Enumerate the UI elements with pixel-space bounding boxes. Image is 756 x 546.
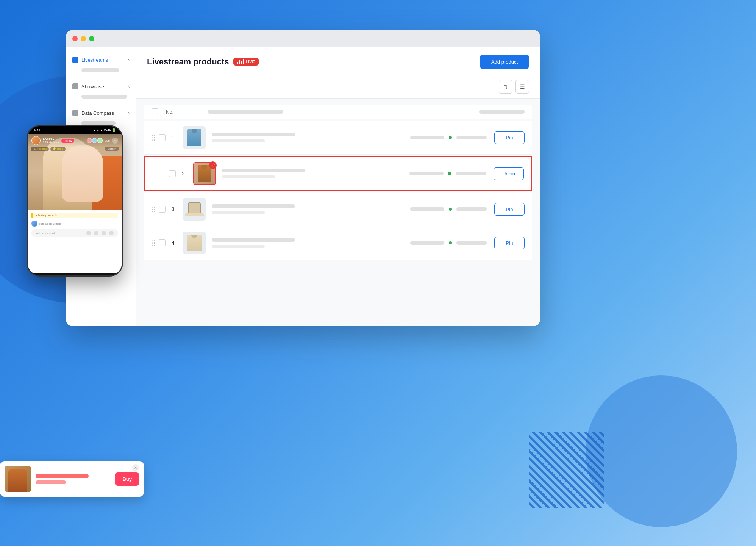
product-1-meta — [410, 136, 487, 139]
join-notice: tikitokusets Joined — [31, 221, 118, 227]
main-header: Livestream products LIVE Add product — [136, 47, 540, 75]
popup-close-button[interactable]: × — [132, 464, 139, 472]
product-4-status — [456, 241, 487, 245]
streamer-avatar — [31, 136, 41, 145]
product-1-price — [410, 136, 444, 139]
browser-body: Livestreams ∧ Showcase ∧ Data Compass ∧ — [66, 47, 540, 326]
row-2-number: 2 — [182, 171, 193, 177]
livestream-video: Livest... 999 viewers Follow 888 × 🏅 Fas… — [28, 134, 122, 210]
livestreams-icon — [72, 57, 78, 63]
buying-notice: is buying products — [31, 213, 118, 218]
phone-signals: ▲▲▲ WiFi 🔋 — [93, 128, 116, 132]
product-2-meta — [409, 172, 486, 175]
chevron-down-icon: ∧ — [127, 84, 130, 89]
bar1 — [237, 62, 238, 64]
pin-button-4[interactable]: Pin — [494, 237, 525, 249]
minimize-button[interactable] — [81, 36, 86, 41]
sidebar-item-livestreams[interactable]: Livestreams ∧ — [66, 53, 136, 67]
product-4-image — [183, 232, 206, 254]
product-3-price — [410, 207, 444, 211]
product-1-status — [456, 136, 487, 139]
pin-indicator-icon: 📌 — [209, 161, 217, 169]
drag-handle-1[interactable] — [152, 135, 155, 141]
row-3-number: 3 — [172, 206, 183, 212]
coat-2-collar — [202, 165, 207, 169]
popup-product-title — [36, 474, 89, 478]
row-1-checkbox[interactable] — [159, 134, 166, 141]
follow-button[interactable]: Follow — [61, 139, 74, 143]
product-1-image — [183, 126, 206, 149]
model-face — [62, 145, 103, 202]
product-4-price — [410, 241, 444, 245]
livestream-header: Livest... 999 viewers Follow 888 × — [28, 134, 122, 147]
popup-product-price — [36, 480, 66, 484]
viewer-count: 999 viewers — [43, 141, 59, 144]
row-4-checkbox[interactable] — [159, 239, 166, 246]
add-product-button[interactable]: Add product — [480, 55, 529, 69]
product-3-image — [183, 198, 206, 221]
sidebar-item-showcase[interactable]: Showcase ∧ — [66, 80, 136, 93]
popup-buy-button[interactable]: Buy — [115, 472, 139, 486]
product-2-name — [222, 169, 305, 172]
drag-handle-3[interactable] — [152, 207, 155, 212]
product-3-sub — [212, 211, 265, 214]
row-3-checkbox[interactable] — [159, 206, 166, 213]
viewer-avatar-1 — [87, 138, 92, 143]
viewer-count-badge: 888 — [105, 139, 110, 142]
phone-mockup: 9:41 ▲▲▲ WiFi 🔋 Livest... 999 viewers Fo… — [27, 125, 123, 277]
product-4-sub — [212, 245, 265, 248]
column-number: No. — [166, 109, 181, 115]
stream-tags: 🏅 Fashion ⭐ Top 1 — [31, 147, 66, 151]
gift-icon — [94, 231, 98, 235]
sidebar-sub-item-3 — [81, 121, 116, 125]
comment-input[interactable]: Add comment... — [31, 229, 118, 237]
phone-screen: Livest... 999 viewers Follow 888 × 🏅 Fas… — [28, 134, 122, 273]
column-status-placeholder — [479, 110, 525, 114]
select-all-checkbox[interactable] — [152, 108, 158, 115]
close-button[interactable] — [72, 36, 78, 41]
viewer-avatars: 888 — [88, 138, 110, 143]
bg-circle-right — [586, 375, 737, 527]
unpin-button-2[interactable]: Unpin — [494, 167, 524, 180]
filter-button[interactable]: ☰ — [515, 80, 529, 94]
live-badge-text: LIVE — [245, 59, 255, 64]
chevron-up-icon: ∧ — [127, 58, 130, 62]
top-tag: ⭐ Top 1 — [50, 147, 66, 151]
row-2-checkbox[interactable] — [169, 170, 176, 177]
product-3-status — [456, 207, 487, 211]
comment-icons — [86, 231, 114, 235]
comment-placeholder: Add comment... — [36, 232, 57, 235]
drag-handle-4[interactable] — [152, 240, 155, 246]
product-3-status-dot — [449, 208, 452, 211]
product-3-name — [212, 204, 295, 208]
close-stream-button[interactable]: × — [112, 138, 118, 144]
data-compass-icon — [72, 110, 78, 116]
column-name-placeholder — [208, 110, 283, 114]
bar2 — [239, 60, 240, 64]
phone-bottom: is buying products tikitokusets Joined A… — [28, 210, 122, 247]
sort-button[interactable]: ⇅ — [499, 80, 512, 94]
streamer-name: Livest... — [43, 137, 59, 141]
product-4-meta — [410, 241, 487, 245]
sidebar-sub-item-2 — [81, 95, 127, 99]
maximize-button[interactable] — [89, 36, 94, 41]
product-4-name — [212, 238, 295, 242]
buying-text: is buying products — [36, 214, 57, 217]
hat-icon — [183, 198, 206, 221]
sidebar-data-compass-label: Data Compass — [81, 110, 114, 116]
product-3-meta — [410, 207, 487, 211]
product-2-sub — [222, 175, 275, 178]
viewer-avatar-3 — [97, 138, 103, 143]
chevron-down-icon-2: ∧ — [127, 111, 130, 115]
pin-button-3[interactable]: Pin — [494, 203, 525, 216]
product-1-name — [212, 133, 295, 136]
product-1-sub — [212, 139, 265, 142]
pin-button-1[interactable]: Pin — [494, 131, 525, 144]
table-row-pinned: 2 📌 U — [144, 156, 532, 191]
sidebar-item-data-compass[interactable]: Data Compass ∧ — [66, 106, 136, 120]
more-button[interactable]: More > — [105, 147, 119, 151]
product-table: No. 1 — [136, 99, 540, 326]
row-4-number: 4 — [172, 240, 183, 246]
live-badge: LIVE — [233, 58, 258, 66]
row-1-number: 1 — [172, 135, 183, 141]
